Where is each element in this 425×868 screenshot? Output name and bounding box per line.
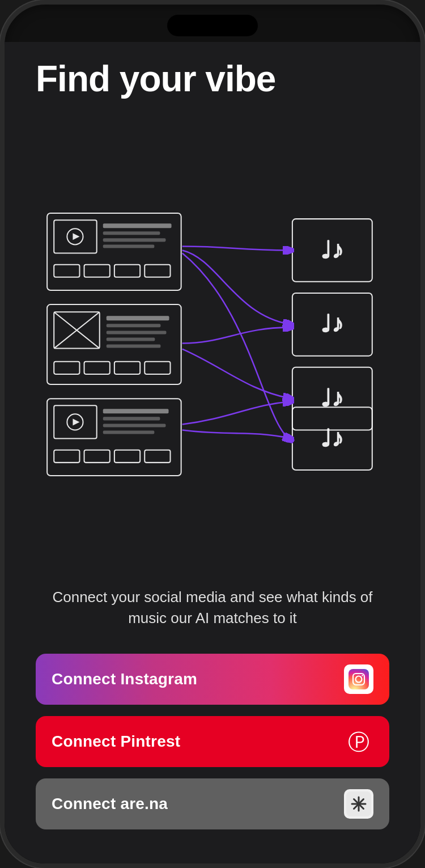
- svg-text:♩♪: ♩♪: [321, 236, 344, 262]
- svg-rect-21: [54, 361, 79, 374]
- svg-rect-46: [348, 669, 369, 689]
- buttons-container: Connect Instagram: [36, 654, 389, 829]
- svg-rect-20: [107, 344, 161, 348]
- svg-rect-32: [103, 430, 155, 434]
- svg-rect-31: [103, 424, 166, 427]
- screen: Find your vibe: [5, 42, 420, 863]
- pinterest-icon: Ⓟ: [344, 727, 373, 756]
- svg-rect-23: [114, 361, 140, 374]
- instagram-button-label: Connect Instagram: [52, 670, 197, 688]
- arena-button-label: Connect are.na: [52, 795, 168, 813]
- svg-rect-4: [103, 223, 172, 228]
- svg-rect-36: [144, 450, 170, 462]
- subtitle-text: Connect your social media and see what k…: [36, 587, 389, 628]
- svg-rect-35: [114, 450, 140, 462]
- dynamic-island: [167, 15, 258, 36]
- svg-rect-11: [144, 264, 170, 277]
- svg-rect-29: [103, 409, 169, 413]
- svg-rect-6: [103, 238, 166, 242]
- page-title: Find your vibe: [36, 59, 389, 99]
- arena-icon: [344, 789, 373, 819]
- svg-point-49: [362, 675, 363, 676]
- phone-shell: Find your vibe: [0, 0, 425, 868]
- svg-marker-28: [73, 418, 79, 425]
- vibe-illustration: ♩♪ ♩♪ ♩♪ ♩♪: [36, 208, 389, 481]
- svg-rect-30: [103, 417, 160, 420]
- svg-rect-9: [84, 264, 110, 277]
- instagram-icon: [344, 664, 373, 694]
- svg-rect-34: [84, 450, 110, 462]
- svg-rect-19: [107, 337, 155, 341]
- illustration: ♩♪ ♩♪ ♩♪ ♩♪: [36, 121, 389, 567]
- pinterest-button-label: Connect Pintrest: [52, 732, 180, 751]
- svg-rect-33: [54, 450, 79, 462]
- svg-rect-10: [114, 264, 140, 277]
- svg-rect-22: [84, 361, 110, 374]
- svg-text:♩♪: ♩♪: [321, 310, 344, 337]
- svg-rect-8: [54, 264, 79, 277]
- svg-rect-16: [107, 316, 169, 320]
- connect-pinterest-button[interactable]: Connect Pintrest Ⓟ: [36, 716, 389, 767]
- svg-rect-18: [107, 331, 167, 334]
- svg-rect-5: [103, 231, 160, 235]
- svg-text:♩♪: ♩♪: [321, 424, 344, 451]
- svg-marker-3: [73, 233, 79, 240]
- svg-rect-24: [144, 361, 170, 374]
- svg-text:Ⓟ: Ⓟ: [348, 730, 369, 754]
- svg-rect-7: [103, 244, 155, 248]
- connect-arena-button[interactable]: Connect are.na: [36, 778, 389, 829]
- connect-instagram-button[interactable]: Connect Instagram: [36, 654, 389, 705]
- svg-rect-17: [107, 324, 161, 327]
